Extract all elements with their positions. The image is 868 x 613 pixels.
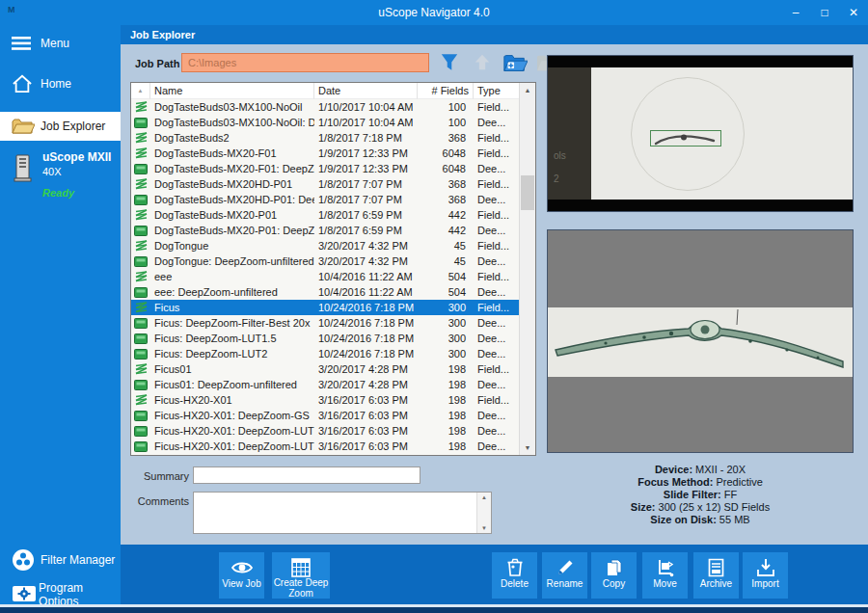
column-header-name[interactable]: Name — [150, 83, 314, 99]
table-row[interactable]: DogTasteBuds-MX20-P011/8/2017 6:59 PM442… — [131, 207, 519, 223]
table-row[interactable]: DogTongue3/20/2017 4:32 PM45Field... — [131, 238, 519, 253]
minimize-button[interactable]: – — [789, 6, 802, 19]
table-row[interactable]: DogTasteBuds-MX20-P01: DeepZoom...1/8/20… — [131, 223, 519, 238]
table-row[interactable]: Ficus-HX20-X01: DeepZoom-Fil...3/16/2017… — [131, 454, 519, 455]
archive-button[interactable]: Archive — [693, 552, 739, 599]
job-date: 1/8/2017 6:59 PM — [314, 223, 418, 238]
job-type: Dee... — [474, 439, 519, 454]
job-type: Dee... — [474, 423, 519, 439]
job-table-header: ▲ Name Date # Fields Type — [131, 83, 519, 99]
sidebar-item-job-explorer[interactable]: Job Explorer — [0, 112, 121, 141]
job-field-count: 300 — [418, 315, 474, 331]
deepzoom-icon — [131, 161, 150, 176]
deepzoom-icon — [131, 223, 150, 238]
move-button[interactable]: Move — [642, 552, 688, 599]
scroll-down-icon[interactable]: ▼ — [520, 440, 535, 455]
job-name: DogTasteBuds-MX20-P01 — [150, 207, 314, 223]
pencil-icon — [556, 557, 575, 578]
up-folder-icon[interactable] — [470, 51, 495, 74]
table-row[interactable]: DogTasteBuds-MX20-F011/9/2017 12:33 PM60… — [131, 146, 519, 161]
job-field-count: 198 — [418, 377, 474, 392]
field-icon — [131, 238, 150, 253]
import-button[interactable]: Import — [743, 552, 788, 599]
table-row[interactable]: Ficus: DeepZoom-LUT1.510/24/2016 7:18 PM… — [131, 331, 519, 346]
table-row[interactable]: Ficus01: DeepZoom-unfiltered3/20/2017 4:… — [131, 377, 519, 392]
table-row[interactable]: Ficus: DeepZoom-LUT210/24/2016 7:18 PM30… — [131, 346, 519, 361]
app-window: M uScope Navigator 4.0 – □ ✕ Menu Home J… — [0, 0, 868, 613]
table-row[interactable]: DogTongue: DeepZoom-unfiltered3/20/2017 … — [131, 253, 519, 269]
sidebar-item-filter-manager[interactable]: Filter Manager — [0, 546, 121, 574]
job-path-label: Job Path — [135, 58, 179, 69]
table-row[interactable]: Ficus-HX20-X01: DeepZoom-GS3/16/2017 6:0… — [131, 408, 519, 423]
device-magnification: 40X — [42, 166, 62, 177]
toolbar-button-label: Create Deep Zoom — [272, 577, 330, 599]
sort-indicator-icon[interactable]: ▲ — [131, 83, 150, 99]
table-row[interactable]: DogTasteBuds03-MX100-NoOil: Deep...1/10/… — [131, 115, 519, 130]
scrollbar-thumb[interactable] — [521, 175, 534, 210]
scroll-up-icon[interactable]: ▲ — [520, 83, 535, 97]
scroll-down-icon[interactable]: ▼ — [477, 525, 491, 531]
close-button[interactable]: ✕ — [847, 6, 860, 19]
sidebar-item-home[interactable]: Home — [0, 69, 121, 98]
detail-value: 300 (25 x 12) SD Fields — [656, 501, 771, 513]
job-name: eee — [150, 269, 314, 284]
job-field-count: 300 — [418, 300, 474, 315]
job-date: 1/10/2017 10:04 AM — [314, 115, 418, 130]
view-job-button[interactable]: View Job — [219, 552, 264, 599]
scroll-up-icon[interactable]: ▲ — [477, 494, 491, 500]
job-name: DogTasteBuds-MX20-P01: DeepZoom... — [150, 223, 314, 238]
table-row[interactable]: Ficus: DeepZoom-Filter-Best 20x10/24/201… — [131, 315, 519, 331]
sidebar-item-menu[interactable]: Menu — [0, 29, 121, 58]
field-icon — [131, 361, 150, 377]
new-folder-icon[interactable] — [502, 51, 528, 74]
job-field-count: 100 — [418, 115, 474, 130]
column-header-fields[interactable]: # Fields — [418, 83, 474, 99]
home-icon — [12, 74, 41, 93]
table-row[interactable]: DogTasteBuds-MX20-F01: DeepZoom...1/9/20… — [131, 161, 519, 176]
job-path-input[interactable] — [181, 53, 429, 72]
bottom-toolbar: View JobCreate Deep Zoom DeleteRenameCop… — [121, 545, 868, 604]
table-row[interactable]: eee: DeepZoom-unfiltered10/4/2016 11:22 … — [131, 284, 519, 300]
job-field-count: 300 — [418, 346, 474, 361]
table-row[interactable]: Ficus-HX20-X01: DeepZoom-LUT2-S3/16/2017… — [131, 439, 519, 454]
column-header-type[interactable]: Type — [474, 83, 519, 99]
table-row[interactable]: Ficus013/20/2017 4:28 PM198Field... — [131, 361, 519, 377]
job-date: 1/9/2017 12:33 PM — [314, 161, 418, 176]
job-type: Dee... — [474, 454, 519, 455]
table-row[interactable]: eee10/4/2016 11:22 AM504Field... — [131, 269, 519, 284]
summary-input[interactable] — [193, 466, 420, 484]
sidebar: Menu Home Job Explorer uScope MXII 40X R… — [0, 25, 121, 606]
job-field-count: 198 — [418, 439, 474, 454]
table-row[interactable]: DogTasteBuds21/8/2017 7:18 PM368Field... — [131, 130, 519, 146]
table-scrollbar[interactable]: ▲ ▼ — [519, 83, 535, 455]
detail-value: 55 MB — [717, 514, 750, 525]
create-deep-zoom-button[interactable]: Create Deep Zoom — [272, 552, 330, 599]
field-icon — [131, 146, 150, 161]
filter-funnel-icon[interactable] — [437, 51, 462, 74]
job-date: 3/20/2017 4:32 PM — [314, 238, 418, 253]
panel-header: Job Explorer — [121, 25, 868, 44]
job-type: Field... — [474, 300, 519, 315]
job-type: Field... — [474, 176, 519, 192]
copy-button[interactable]: Copy — [591, 552, 637, 599]
maximize-button[interactable]: □ — [818, 6, 831, 19]
job-type: Dee... — [474, 223, 519, 238]
field-icon — [131, 269, 150, 284]
table-row[interactable]: Ficus10/24/2016 7:18 PM300Field... — [131, 300, 519, 315]
rename-button[interactable]: Rename — [542, 552, 587, 599]
table-row[interactable]: DogTasteBuds03-MX100-NoOil1/10/2017 10:0… — [131, 99, 519, 115]
column-header-date[interactable]: Date — [314, 83, 418, 99]
table-row[interactable]: Ficus-HX20-X01: DeepZoom-LUT1.5-S3/16/20… — [131, 423, 519, 439]
table-row[interactable]: DogTasteBuds-MX20HD-P011/8/2017 7:07 PM3… — [131, 176, 519, 192]
job-field-count: 504 — [418, 269, 474, 284]
job-type: Field... — [474, 238, 519, 253]
job-type: Field... — [474, 269, 519, 284]
comments-scrollbar[interactable]: ▲ ▼ — [476, 493, 491, 533]
table-row[interactable]: Ficus-HX20-X013/16/2017 6:03 PM198Field.… — [131, 392, 519, 408]
job-field-count: 198 — [418, 392, 474, 408]
delete-button[interactable]: Delete — [492, 552, 537, 599]
table-row[interactable]: DogTasteBuds-MX20HD-P01: DeepZo...1/8/20… — [131, 192, 519, 207]
comments-textarea[interactable] — [194, 493, 476, 533]
deepzoom-icon — [131, 346, 150, 361]
job-field-count: 504 — [418, 284, 474, 300]
